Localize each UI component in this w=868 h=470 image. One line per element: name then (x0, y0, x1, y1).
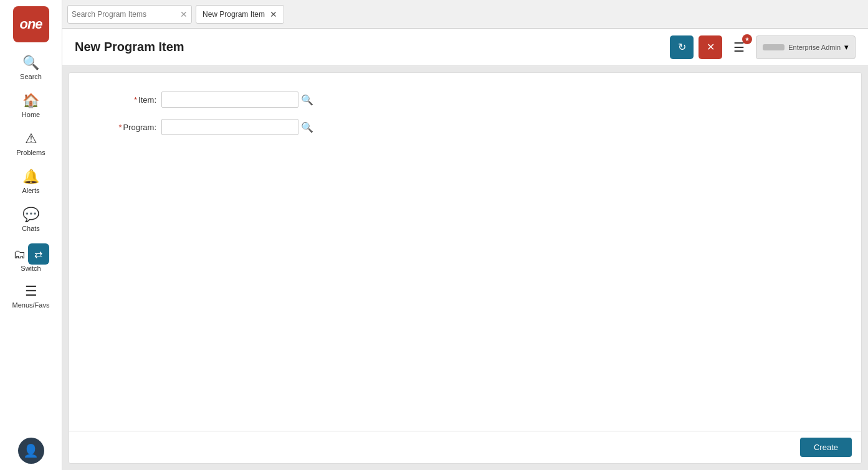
search-program-items-input[interactable] (72, 10, 178, 19)
program-search-icon-button[interactable]: 🔍 (301, 121, 313, 133)
form-footer: Create (69, 431, 861, 463)
item-label: *Item: (94, 95, 156, 105)
avatar-icon: 👤 (23, 443, 39, 458)
search-clear-icon[interactable]: ✕ (180, 9, 188, 19)
close-button[interactable]: ✕ (699, 35, 722, 59)
sidebar-item-switch[interactable]: 🗂 ⇄ Switch (0, 238, 62, 277)
user-name-blurred (763, 44, 785, 50)
sidebar-item-search[interactable]: 🔍 Search (0, 49, 62, 87)
active-tab-label: New Program Item (203, 10, 265, 19)
sidebar-label-home: Home (22, 111, 40, 118)
sidebar-label-switch: Switch (21, 265, 41, 272)
sidebar-item-alerts[interactable]: 🔔 Alerts (0, 162, 62, 200)
form-content: *Item: 🔍 *Program: 🔍 (69, 73, 861, 431)
item-required-star: * (134, 95, 137, 105)
item-search-icon: 🔍 (301, 94, 313, 106)
sidebar: one 🔍 Search 🏠 Home ⚠ Problems 🔔 Alerts … (0, 0, 62, 470)
search-icon: 🔍 (22, 55, 39, 71)
sidebar-item-menus[interactable]: ☰ Menus/Favs (0, 277, 62, 315)
sidebar-item-chats[interactable]: 💬 Chats (0, 200, 62, 238)
close-icon: ✕ (707, 41, 715, 53)
sidebar-item-home[interactable]: 🏠 Home (0, 87, 62, 125)
menu-lines-icon: ☰ (25, 283, 37, 299)
create-button[interactable]: Create (800, 438, 852, 457)
program-required-star: * (118, 123, 122, 132)
sidebar-label-alerts: Alerts (22, 187, 39, 194)
search-tab[interactable]: ✕ (67, 5, 192, 24)
form-area: *Item: 🔍 *Program: 🔍 Create (69, 72, 862, 464)
program-form-row: *Program: 🔍 (94, 119, 836, 135)
dropdown-chevron-icon: ▾ (844, 42, 849, 52)
switch-tray-icon: 🗂 (13, 247, 26, 261)
tab-close-button[interactable]: ✕ (270, 9, 277, 19)
main-area: ✕ New Program Item ✕ New Program Item ↻ … (62, 0, 868, 470)
bell-icon: 🔔 (22, 169, 39, 185)
program-search-icon: 🔍 (301, 121, 313, 133)
item-input[interactable] (161, 92, 298, 108)
active-tab[interactable]: New Program Item ✕ (196, 5, 284, 24)
chat-icon: 💬 (22, 207, 39, 223)
user-avatar[interactable]: 👤 (18, 438, 44, 464)
program-label: *Program: (94, 123, 156, 132)
warning-icon: ⚠ (25, 131, 37, 147)
refresh-button[interactable]: ↻ (670, 35, 694, 59)
user-dropdown[interactable]: Enterprise Admin ▾ (756, 35, 856, 59)
switch-button[interactable]: ⇄ (28, 243, 49, 265)
sidebar-label-chats: Chats (22, 225, 40, 232)
item-form-row: *Item: 🔍 (94, 92, 836, 108)
sidebar-label-problems: Problems (16, 149, 45, 156)
menu-button[interactable]: ☰ ★ (727, 35, 751, 59)
sidebar-item-problems[interactable]: ⚠ Problems (0, 125, 62, 162)
page-title: New Program Item (75, 40, 670, 54)
app-logo[interactable]: one (13, 6, 49, 42)
sidebar-logo[interactable]: one (0, 0, 62, 49)
home-icon: 🏠 (22, 93, 39, 109)
content-header: New Program Item ↻ ✕ ☰ ★ Enterprise Admi… (62, 29, 868, 66)
sidebar-label-menus: Menus/Favs (12, 301, 50, 309)
sidebar-label-search: Search (20, 73, 42, 80)
item-search-icon-button[interactable]: 🔍 (301, 94, 313, 106)
user-role: Enterprise Admin (788, 44, 841, 51)
refresh-icon: ↻ (678, 41, 686, 53)
header-actions: ↻ ✕ ☰ ★ Enterprise Admin ▾ (670, 35, 856, 59)
tab-bar: ✕ New Program Item ✕ (62, 0, 868, 29)
program-input[interactable] (161, 119, 298, 135)
star-badge: ★ (742, 34, 752, 44)
